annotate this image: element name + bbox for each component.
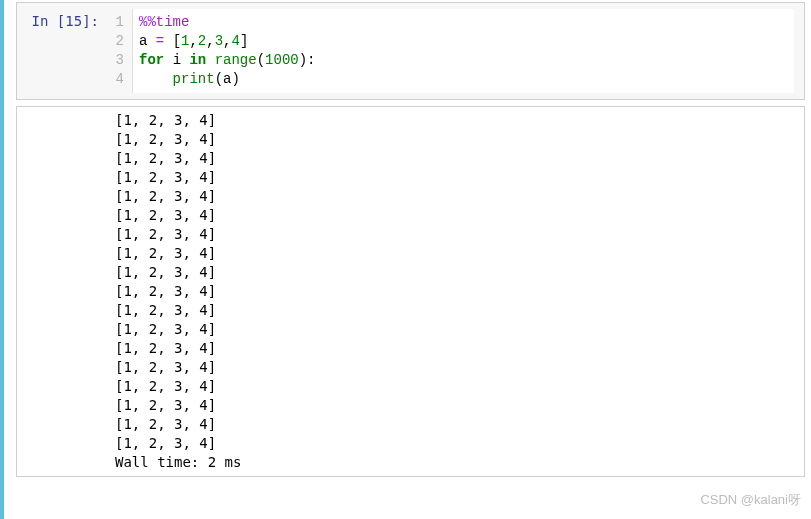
output-line: [1, 2, 3, 4] xyxy=(115,415,800,434)
output-area[interactable]: [1, 2, 3, 4][1, 2, 3, 4][1, 2, 3, 4][1, … xyxy=(16,106,805,477)
code-line-2: a = [1,2,3,4] xyxy=(139,32,788,51)
line-number: 4 xyxy=(105,70,124,89)
space xyxy=(206,52,214,68)
comma: , xyxy=(206,33,214,49)
line-number: 1 xyxy=(105,13,124,32)
variable-i: i xyxy=(173,52,181,68)
wall-time-line: Wall time: 2 ms xyxy=(115,453,800,472)
keyword-for: for xyxy=(139,52,164,68)
output-line: [1, 2, 3, 4] xyxy=(115,225,800,244)
bracket-close: ] xyxy=(240,33,248,49)
number-literal: 2 xyxy=(198,33,206,49)
jupyter-page: In [15]: 1 2 3 4 %%time a = [1,2,3,4] fo… xyxy=(0,0,811,519)
indent xyxy=(139,71,173,87)
assign-op: = xyxy=(147,33,172,49)
paren-open: ( xyxy=(257,52,265,68)
output-line: [1, 2, 3, 4] xyxy=(115,320,800,339)
colon: : xyxy=(307,52,315,68)
output-line: [1, 2, 3, 4] xyxy=(115,301,800,320)
bracket-open: [ xyxy=(173,33,181,49)
line-number-gutter: 1 2 3 4 xyxy=(105,9,133,93)
output-line: [1, 2, 3, 4] xyxy=(115,263,800,282)
output-line: [1, 2, 3, 4] xyxy=(115,339,800,358)
output-line: [1, 2, 3, 4] xyxy=(115,434,800,453)
code-line-3: for i in range(1000): xyxy=(139,51,788,70)
number-literal: 1000 xyxy=(265,52,299,68)
magic-command: time xyxy=(156,14,190,30)
space xyxy=(164,52,172,68)
output-line: [1, 2, 3, 4] xyxy=(115,282,800,301)
output-line: [1, 2, 3, 4] xyxy=(115,130,800,149)
line-number: 3 xyxy=(105,51,124,70)
paren-open: ( xyxy=(215,71,223,87)
watermark-text: CSDN @kalani呀 xyxy=(700,491,801,509)
code-line-4: print(a) xyxy=(139,70,788,89)
output-line: [1, 2, 3, 4] xyxy=(115,358,800,377)
output-line: [1, 2, 3, 4] xyxy=(115,168,800,187)
output-line: [1, 2, 3, 4] xyxy=(115,187,800,206)
output-line: [1, 2, 3, 4] xyxy=(115,111,800,130)
output-line: [1, 2, 3, 4] xyxy=(115,244,800,263)
input-prompt: In [15]: xyxy=(23,9,105,93)
code-editor[interactable]: %%time a = [1,2,3,4] for i in range(1000… xyxy=(133,9,794,93)
number-literal: 3 xyxy=(215,33,223,49)
paren-close: ) xyxy=(231,71,239,87)
output-line: [1, 2, 3, 4] xyxy=(115,149,800,168)
output-line: [1, 2, 3, 4] xyxy=(115,396,800,415)
builtin-print: print xyxy=(173,71,215,87)
line-number: 2 xyxy=(105,32,124,51)
comma: , xyxy=(189,33,197,49)
paren-close: ) xyxy=(299,52,307,68)
builtin-range: range xyxy=(215,52,257,68)
magic-percents: %% xyxy=(139,14,156,30)
output-line: [1, 2, 3, 4] xyxy=(115,377,800,396)
code-line-1: %%time xyxy=(139,13,788,32)
number-literal: 4 xyxy=(231,33,239,49)
output-line: [1, 2, 3, 4] xyxy=(115,206,800,225)
code-cell[interactable]: In [15]: 1 2 3 4 %%time a = [1,2,3,4] fo… xyxy=(16,2,805,100)
keyword-in: in xyxy=(189,52,206,68)
